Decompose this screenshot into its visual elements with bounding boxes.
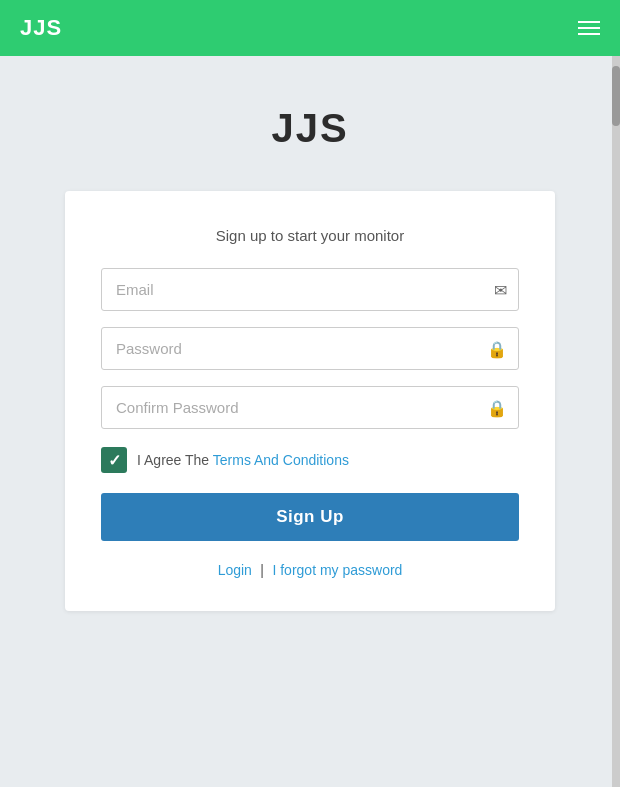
confirm-password-input[interactable]	[101, 386, 519, 429]
signup-button[interactable]: Sign Up	[101, 493, 519, 541]
confirm-password-input-group: 🔒	[101, 386, 519, 429]
page-content: JJS Sign up to start your monitor ✉ 🔒 🔒	[0, 56, 620, 611]
email-input[interactable]	[101, 268, 519, 311]
checkmark-icon: ✓	[108, 451, 121, 470]
navbar-brand: JJS	[20, 15, 62, 41]
forgot-password-link[interactable]: I forgot my password	[272, 562, 402, 578]
navbar: JJS	[0, 0, 620, 56]
terms-link[interactable]: Terms And Conditions	[213, 452, 349, 468]
link-separator: |	[260, 562, 264, 578]
email-input-group: ✉	[101, 268, 519, 311]
scrollbar[interactable]	[612, 56, 620, 787]
login-link[interactable]: Login	[218, 562, 252, 578]
card-subtitle: Sign up to start your monitor	[101, 227, 519, 244]
signup-card: Sign up to start your monitor ✉ 🔒 🔒	[65, 191, 555, 611]
terms-checkbox[interactable]: ✓	[101, 447, 127, 473]
terms-label: I Agree The Terms And Conditions	[137, 452, 349, 468]
password-input-group: 🔒	[101, 327, 519, 370]
bottom-links: Login | I forgot my password	[101, 561, 519, 579]
menu-icon[interactable]	[578, 21, 600, 35]
page-title: JJS	[271, 106, 348, 151]
scrollbar-thumb[interactable]	[612, 66, 620, 126]
password-input[interactable]	[101, 327, 519, 370]
terms-checkbox-row: ✓ I Agree The Terms And Conditions	[101, 447, 519, 473]
